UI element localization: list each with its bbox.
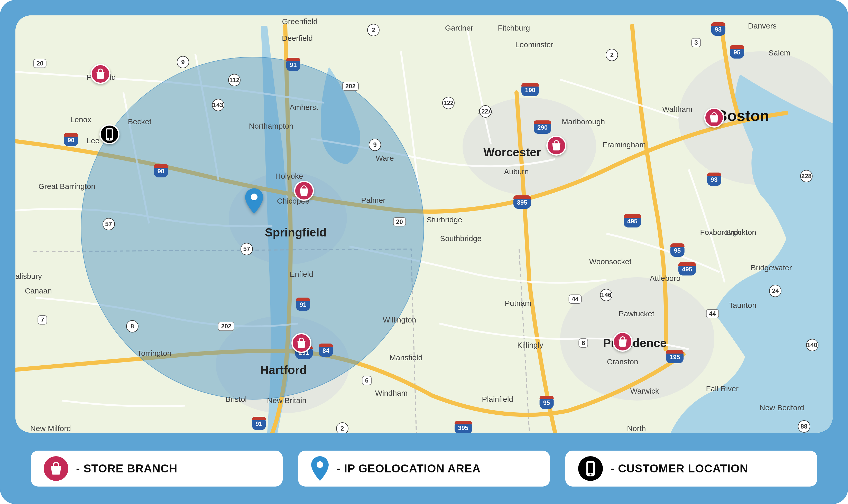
app-frame: GreenfieldDeerfieldPittsfieldLenoxLeeBec… — [0, 0, 848, 504]
base-map-svg — [15, 15, 833, 433]
legend-ip-text: - IP GEOLOCATION AREA — [336, 462, 481, 475]
legend-row: - STORE BRANCH - IP GEOLOCATION AREA - C… — [31, 451, 817, 487]
legend-customer-location: - CUSTOMER LOCATION — [565, 451, 817, 487]
svg-rect-12 — [588, 463, 593, 473]
legend-ip-geolocation: - IP GEOLOCATION AREA — [298, 451, 550, 487]
legend-customer-text: - CUSTOMER LOCATION — [610, 462, 748, 475]
phone-icon — [578, 456, 603, 481]
svg-point-10 — [316, 462, 323, 468]
legend-store-text: - STORE BRANCH — [76, 462, 177, 475]
shopping-bag-icon — [44, 456, 68, 481]
legend-store-branch: - STORE BRANCH — [31, 451, 283, 487]
svg-point-13 — [589, 474, 591, 475]
map-container[interactable]: GreenfieldDeerfieldPittsfieldLenoxLeeBec… — [15, 15, 833, 433]
map-pin-icon — [311, 456, 329, 481]
